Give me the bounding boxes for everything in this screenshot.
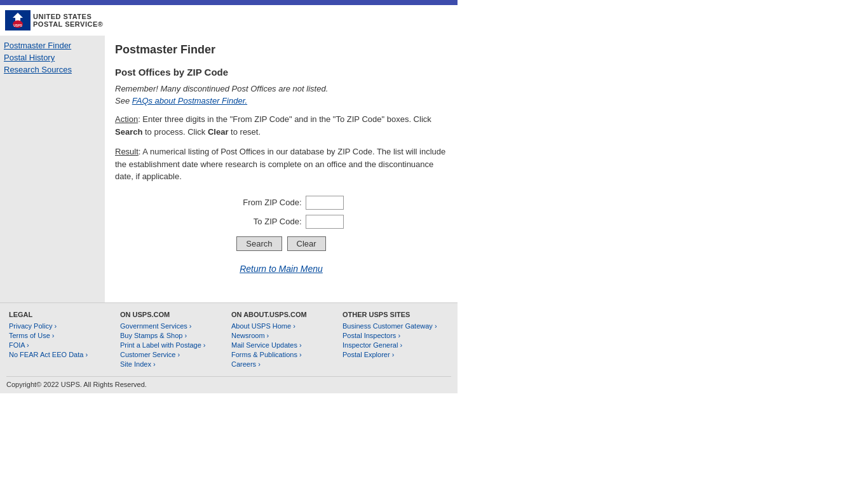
- return-link[interactable]: Return to Main Menu: [115, 264, 447, 274]
- footer-col-other: OTHER USPS SITES Business Customer Gatew…: [340, 311, 451, 370]
- footer-buy-stamps[interactable]: Buy Stamps & Shop ›: [120, 332, 226, 339]
- footer-biz-gateway[interactable]: Business Customer Gateway ›: [342, 322, 449, 330]
- footer-mail-updates[interactable]: Mail Service Updates ›: [231, 341, 337, 349]
- eagle-icon: USPS: [5, 10, 31, 30]
- footer-columns: LEGAL Privacy Policy › Terms of Use › FO…: [6, 311, 451, 370]
- logo-line2: POSTAL SERVICE®: [33, 20, 103, 28]
- footer-about-title: ON ABOUT.USPS.COM: [231, 311, 337, 318]
- footer: LEGAL Privacy Policy › Terms of Use › FO…: [0, 302, 458, 393]
- footer-print-label[interactable]: Print a Label with Postage ›: [120, 341, 226, 349]
- from-zip-input[interactable]: [306, 196, 344, 210]
- footer-terms-of-use[interactable]: Terms of Use ›: [9, 332, 115, 339]
- content-area: Postmaster Finder Post Offices by ZIP Co…: [105, 36, 458, 302]
- to-zip-input[interactable]: [306, 215, 344, 229]
- search-bold: Search: [115, 127, 142, 137]
- footer-copyright: Copyright© 2022 USPS. All Rights Reserve…: [6, 376, 451, 388]
- footer-col-legal: LEGAL Privacy Policy › Terms of Use › FO…: [6, 311, 118, 370]
- footer-no-fear[interactable]: No FEAR Act EEO Data ›: [9, 351, 115, 358]
- clear-bold: Clear: [208, 127, 229, 137]
- result-text: Result: A numerical listing of Post Offi…: [115, 146, 447, 183]
- footer-careers[interactable]: Careers ›: [231, 360, 337, 368]
- footer-col-about: ON ABOUT.USPS.COM About USPS Home › News…: [229, 311, 340, 370]
- clear-button[interactable]: Clear: [287, 236, 326, 251]
- logo-line1: UNITED STATES: [33, 13, 103, 20]
- to-zip-row: To ZIP Code:: [115, 215, 447, 229]
- search-form: From ZIP Code: To ZIP Code: Search Clear: [115, 196, 447, 251]
- footer-gov-services[interactable]: Government Services ›: [120, 322, 226, 330]
- top-banner: [0, 0, 458, 5]
- section-title: Post Offices by ZIP Code: [115, 67, 447, 78]
- header: USPS UNITED STATES POSTAL SERVICE®: [0, 5, 458, 36]
- search-button[interactable]: Search: [236, 236, 281, 251]
- footer-legal-title: LEGAL: [9, 311, 115, 318]
- sidebar-item-research-sources[interactable]: Research Sources: [4, 65, 101, 74]
- main-wrapper: Postmaster Finder Postal History Researc…: [0, 36, 458, 302]
- footer-col-usps: ON USPS.COM Government Services › Buy St…: [118, 311, 229, 370]
- usps-logo: USPS UNITED STATES POSTAL SERVICE®: [5, 10, 103, 30]
- sidebar-item-postal-history[interactable]: Postal History: [4, 53, 101, 62]
- footer-postal-inspectors[interactable]: Postal Inspectors ›: [342, 332, 449, 339]
- from-zip-label: From ZIP Code:: [219, 198, 302, 207]
- footer-about-home[interactable]: About USPS Home ›: [231, 322, 337, 330]
- footer-foia[interactable]: FOIA ›: [9, 341, 115, 349]
- sidebar: Postmaster Finder Postal History Researc…: [0, 36, 105, 302]
- action-label: Action: [115, 114, 138, 124]
- footer-other-title: OTHER USPS SITES: [342, 311, 449, 318]
- footer-newsroom[interactable]: Newsroom ›: [231, 332, 337, 339]
- action-instructions: Action: Enter three digits in the "From …: [115, 113, 447, 138]
- logo-text: UNITED STATES POSTAL SERVICE®: [33, 13, 103, 28]
- result-label: Result: [115, 147, 139, 156]
- footer-postal-explorer[interactable]: Postal Explorer ›: [342, 351, 449, 358]
- svg-text:USPS: USPS: [13, 24, 22, 27]
- footer-forms-pubs[interactable]: Forms & Publications ›: [231, 351, 337, 358]
- footer-usps-title: ON USPS.COM: [120, 311, 226, 318]
- logo-container: USPS UNITED STATES POSTAL SERVICE®: [5, 10, 458, 30]
- footer-privacy-policy[interactable]: Privacy Policy ›: [9, 322, 115, 330]
- to-zip-label: To ZIP Code:: [219, 217, 302, 226]
- footer-customer-service[interactable]: Customer Service ›: [120, 351, 226, 358]
- from-zip-row: From ZIP Code:: [115, 196, 447, 210]
- sidebar-item-postmaster-finder[interactable]: Postmaster Finder: [4, 41, 101, 50]
- footer-inspector-general[interactable]: Inspector General ›: [342, 341, 449, 349]
- faq-line: See FAQs about Postmaster Finder.: [115, 96, 447, 105]
- faq-link[interactable]: FAQs about Postmaster Finder.: [132, 96, 247, 105]
- footer-site-index[interactable]: Site Index ›: [120, 360, 226, 368]
- button-row: Search Clear: [115, 236, 447, 251]
- page-title: Postmaster Finder: [115, 43, 447, 57]
- info-line1: Remember! Many discontinued Post Offices…: [115, 84, 447, 93]
